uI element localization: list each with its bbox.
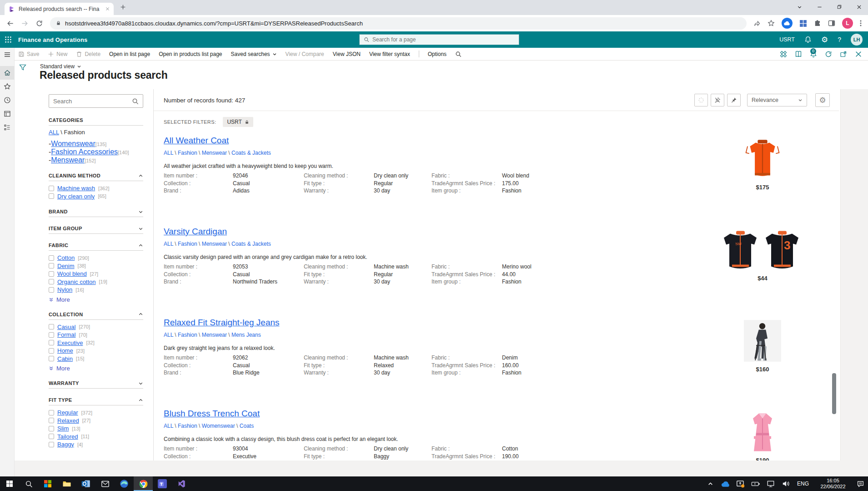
tray-tray-expand-button[interactable]	[703, 476, 718, 491]
product-image[interactable]	[719, 319, 806, 363]
filter-option-link[interactable]: Casual	[57, 324, 75, 330]
checkbox[interactable]	[49, 324, 54, 329]
nav-favorites-item[interactable]	[0, 80, 15, 93]
tray-battery-button[interactable]	[748, 476, 763, 491]
checkbox[interactable]	[49, 271, 54, 277]
toolbar-options[interactable]: Options	[428, 51, 447, 57]
tab-search-chevron-icon[interactable]	[797, 5, 802, 10]
breadcrumb-link[interactable]: Fashion	[178, 332, 197, 338]
results-settings-button[interactable]: ⚙	[815, 93, 830, 107]
side-panel-icon[interactable]	[828, 20, 835, 27]
filter-option-link[interactable]: Nylon	[57, 286, 72, 293]
extensions-puzzle-icon[interactable]	[814, 20, 821, 27]
filter-option-link[interactable]: Home	[57, 347, 73, 354]
checkbox[interactable]	[49, 434, 54, 439]
product-image[interactable]: Nw3	[719, 228, 806, 272]
refresh-icon[interactable]	[825, 51, 832, 58]
checkbox[interactable]	[49, 279, 54, 284]
filter-section-header[interactable]: WARRANTY	[49, 379, 143, 388]
unpin-button[interactable]	[711, 94, 724, 106]
toolbar-search-icon[interactable]	[455, 51, 462, 57]
sort-select[interactable]: Relevance	[747, 94, 807, 106]
settings-gear-icon[interactable]: ⚙	[821, 36, 828, 44]
taskbar-start-button[interactable]	[0, 476, 19, 491]
tray-network-button[interactable]	[763, 476, 778, 491]
product-title-link[interactable]: Relaxed Fit Straight-leg Jeans	[164, 318, 280, 328]
breadcrumb-link[interactable]: Menswear	[202, 150, 227, 156]
checkbox[interactable]	[49, 426, 54, 431]
filter-section-header[interactable]: COLLECTION	[49, 310, 143, 319]
breadcrumb-link[interactable]: Coats	[240, 423, 254, 429]
taskbar-visual-studio-button[interactable]	[172, 476, 191, 491]
checkbox[interactable]	[49, 418, 54, 423]
alerts-bell-icon[interactable]	[804, 36, 812, 43]
breadcrumb-link[interactable]: ALL	[164, 332, 173, 338]
filter-option-link[interactable]: Executive	[57, 339, 83, 346]
microsoft-grid-extension-icon[interactable]	[799, 20, 807, 27]
filter-section-header[interactable]: FIT TYPE	[49, 395, 143, 405]
filter-option-link[interactable]: Cabin	[57, 355, 73, 362]
taskbar-search-button[interactable]	[19, 476, 38, 491]
window-restore-button[interactable]	[837, 5, 842, 9]
window-close-button[interactable]	[857, 5, 862, 10]
filter-search-box[interactable]	[49, 94, 143, 108]
breadcrumb-link[interactable]: Coats & Jackets	[231, 241, 271, 247]
tray-onedrive-button[interactable]	[718, 476, 733, 491]
checkbox[interactable]	[49, 193, 54, 199]
checkbox[interactable]	[49, 442, 54, 447]
forward-button[interactable]	[21, 20, 29, 27]
checkbox[interactable]	[49, 255, 54, 261]
checkbox[interactable]	[49, 332, 54, 338]
filter-funnel-icon[interactable]	[19, 64, 26, 71]
filter-option-link[interactable]: Denim	[57, 263, 75, 269]
results-scrollbar-thumb[interactable]	[832, 373, 836, 414]
breadcrumb-link[interactable]: ALL	[164, 423, 173, 429]
filter-option-link[interactable]: Regular	[57, 409, 78, 416]
filter-chip[interactable]: USRT	[223, 117, 253, 127]
pin-button[interactable]	[727, 94, 741, 106]
page-search-box[interactable]	[359, 34, 519, 45]
toolbar-new[interactable]: New	[48, 51, 67, 57]
taskbar-edge-button[interactable]	[115, 476, 134, 491]
cloud-extension-icon[interactable]	[782, 18, 793, 29]
tray-screen-share-button[interactable]	[733, 476, 748, 491]
waffle-menu-icon[interactable]	[5, 36, 12, 43]
tray-speaker-button[interactable]	[778, 476, 793, 491]
address-bar[interactable]: hsotstdriveea3fd4970a881ccbaos.cloudax.d…	[50, 17, 747, 30]
product-image[interactable]	[719, 137, 806, 181]
taskbar-file-explorer-button[interactable]	[57, 476, 76, 491]
browser-tab[interactable]: Released products search -- Fina	[5, 3, 114, 15]
page-search-input[interactable]	[372, 36, 515, 43]
browser-menu-icon[interactable]	[860, 20, 862, 27]
breadcrumb-link[interactable]: ALL	[164, 241, 173, 247]
breadcrumb-link[interactable]: Coats & Jackets	[231, 150, 271, 156]
browser-profile-avatar[interactable]: L	[842, 18, 853, 29]
filter-option-link[interactable]: Dry clean only	[57, 193, 95, 200]
checkbox[interactable]	[49, 348, 54, 354]
product-title-link[interactable]: Blush Dress Trench Coat	[164, 409, 260, 419]
filter-option-link[interactable]: Formal	[57, 331, 75, 338]
product-title-link[interactable]: Varsity Cardigan	[164, 227, 227, 237]
filter-section-header[interactable]: BRAND	[49, 207, 143, 217]
checkbox[interactable]	[49, 410, 54, 415]
filter-option-link[interactable]: Cotton	[57, 254, 75, 261]
toolbar-view-json[interactable]: View JSON	[333, 51, 361, 57]
taskbar-outlook-button[interactable]	[76, 476, 95, 491]
nav-home-item[interactable]	[0, 66, 15, 80]
view-selector[interactable]: Standard view	[40, 63, 81, 70]
nav-forms-item[interactable]	[0, 107, 15, 121]
action-center-button[interactable]	[853, 476, 868, 491]
breadcrumb-link[interactable]: Fashion	[178, 150, 197, 156]
new-tab-button[interactable]	[120, 4, 126, 10]
messages-bell-icon[interactable]: 0	[810, 51, 817, 58]
toolbar-open-in-products-list-page[interactable]: Open in products list page	[159, 51, 222, 57]
category-link[interactable]: Womenswear	[51, 140, 95, 147]
share-icon[interactable]	[753, 20, 761, 27]
filter-option-link[interactable]: Relaxed	[57, 417, 79, 424]
close-page-icon[interactable]	[855, 51, 862, 58]
help-button[interactable]: ?	[838, 36, 841, 43]
filter-search-input[interactable]	[49, 98, 132, 105]
filter-section-header[interactable]: ITEM GROUP	[49, 224, 143, 233]
breadcrumb-link[interactable]: Menswear	[202, 332, 227, 338]
filter-option-link[interactable]: Tailored	[57, 433, 78, 440]
